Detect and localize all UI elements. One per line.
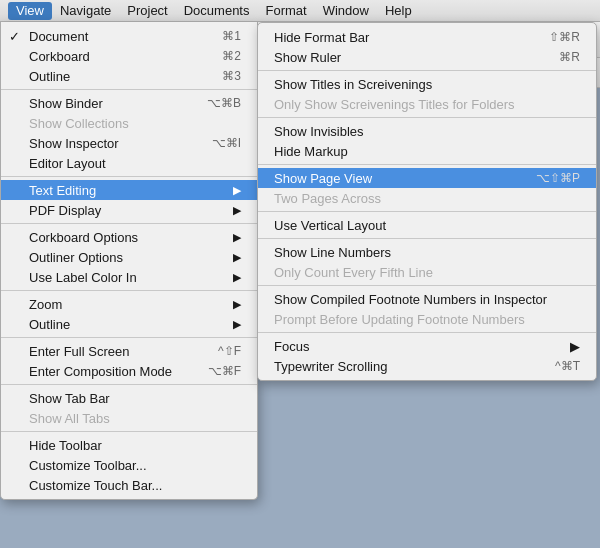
submenu-item-focus[interactable]: Focus ▶ (258, 336, 596, 356)
sep-6 (1, 384, 257, 385)
menu-label-hide-toolbar: Hide Toolbar (29, 438, 102, 453)
submenu-item-show-compiled-footnote[interactable]: Show Compiled Footnote Numbers in Inspec… (258, 289, 596, 309)
menu-label-text-editing: Text Editing (29, 183, 96, 198)
menubar-item-view[interactable]: View (8, 2, 52, 20)
submenu-item-show-line-numbers[interactable]: Show Line Numbers (258, 242, 596, 262)
menu-item-show-tab-bar[interactable]: Show Tab Bar (1, 388, 257, 408)
menu-item-pdf-display[interactable]: PDF Display ▶ (1, 200, 257, 220)
menu-label-show-binder: Show Binder (29, 96, 103, 111)
submenu-label-hide-format-bar: Hide Format Bar (274, 30, 369, 45)
shortcut-show-inspector: ⌥⌘I (212, 136, 241, 150)
shortcut-corkboard: ⌘2 (222, 49, 241, 63)
submenu-arrow-pdf-display: ▶ (233, 204, 241, 217)
menu-item-outline[interactable]: Outline ⌘3 (1, 66, 257, 86)
submenu-item-show-invisibles[interactable]: Show Invisibles (258, 121, 596, 141)
shortcut-outline: ⌘3 (222, 69, 241, 83)
submenu-label-use-vertical-layout: Use Vertical Layout (274, 218, 386, 233)
menu-item-customize-toolbar[interactable]: Customize Toolbar... (1, 455, 257, 475)
menu-item-enter-fullscreen[interactable]: Enter Full Screen ^⇧F (1, 341, 257, 361)
sep-1 (1, 89, 257, 90)
submenu-item-only-show-screivenings: Only Show Screivenings Titles for Folder… (258, 94, 596, 114)
menu-label-outline2: Outline (29, 317, 70, 332)
submenu-label-show-invisibles: Show Invisibles (274, 124, 364, 139)
menu-label-corkboard-options: Corkboard Options (29, 230, 138, 245)
sep-4 (1, 290, 257, 291)
submenu-item-typewriter-scrolling[interactable]: Typewriter Scrolling ^⌘T (258, 356, 596, 376)
menubar-item-project[interactable]: Project (119, 2, 175, 20)
menu-item-composition-mode[interactable]: Enter Composition Mode ⌥⌘F (1, 361, 257, 381)
submenu-label-show-page-view: Show Page View (274, 171, 372, 186)
submenu-item-use-vertical-layout[interactable]: Use Vertical Layout (258, 215, 596, 235)
menu-label-show-tab-bar: Show Tab Bar (29, 391, 110, 406)
menu-item-zoom[interactable]: Zoom ▶ (1, 294, 257, 314)
menu-item-corkboard-options[interactable]: Corkboard Options ▶ (1, 227, 257, 247)
submenu-label-typewriter-scrolling: Typewriter Scrolling (274, 359, 387, 374)
submenu-item-only-count-fifth-line: Only Count Every Fifth Line (258, 262, 596, 282)
submenu-item-two-pages-across: Two Pages Across (258, 188, 596, 208)
menu-label-outliner-options: Outliner Options (29, 250, 123, 265)
menu-item-show-inspector[interactable]: Show Inspector ⌥⌘I (1, 133, 257, 153)
submenu-arrow-corkboard-options: ▶ (233, 231, 241, 244)
menubar-item-documents[interactable]: Documents (176, 2, 258, 20)
submenu-label-hide-markup: Hide Markup (274, 144, 348, 159)
sub-sep-2 (258, 117, 596, 118)
sub-sep-4 (258, 211, 596, 212)
submenu-item-show-page-view[interactable]: Show Page View ⌥⇧⌘P (258, 168, 596, 188)
submenu-item-hide-markup[interactable]: Hide Markup (258, 141, 596, 161)
menu-label-show-collections: Show Collections (29, 116, 129, 131)
submenu-label-show-compiled-footnote: Show Compiled Footnote Numbers in Inspec… (274, 292, 547, 307)
menu-label-zoom: Zoom (29, 297, 62, 312)
menubar-item-navigate[interactable]: Navigate (52, 2, 119, 20)
menubar: View Navigate Project Documents Format W… (0, 0, 600, 22)
menubar-item-help[interactable]: Help (377, 2, 420, 20)
menu-item-document[interactable]: ✓ Document ⌘1 (1, 26, 257, 46)
submenu-item-show-titles-screivenings[interactable]: Show Titles in Screivenings (258, 74, 596, 94)
menu-item-use-label-color[interactable]: Use Label Color In ▶ (1, 267, 257, 287)
submenu-item-show-ruler[interactable]: Show Ruler ⌘R (258, 47, 596, 67)
menu-label-corkboard: Corkboard (29, 49, 90, 64)
shortcut-document: ⌘1 (222, 29, 241, 43)
submenu-arrow-focus: ▶ (570, 339, 580, 354)
submenu-arrow-use-label-color: ▶ (233, 271, 241, 284)
menu-label-show-inspector: Show Inspector (29, 136, 119, 151)
submenu-label-show-line-numbers: Show Line Numbers (274, 245, 391, 260)
menu-item-customize-touch-bar[interactable]: Customize Touch Bar... (1, 475, 257, 495)
submenu-label-show-ruler: Show Ruler (274, 50, 341, 65)
sep-5 (1, 337, 257, 338)
menu-label-show-all-tabs: Show All Tabs (29, 411, 110, 426)
shortcut-show-page-view: ⌥⇧⌘P (536, 171, 580, 185)
menubar-item-window[interactable]: Window (315, 2, 377, 20)
text-editing-submenu: Hide Format Bar ⇧⌘R Show Ruler ⌘R Show T… (257, 22, 597, 381)
menu-label-pdf-display: PDF Display (29, 203, 101, 218)
submenu-arrow-outline2: ▶ (233, 318, 241, 331)
menu-item-editor-layout[interactable]: Editor Layout (1, 153, 257, 173)
submenu-label-two-pages-across: Two Pages Across (274, 191, 381, 206)
submenu-arrow-zoom: ▶ (233, 298, 241, 311)
shortcut-hide-format-bar: ⇧⌘R (549, 30, 580, 44)
submenu-item-hide-format-bar[interactable]: Hide Format Bar ⇧⌘R (258, 27, 596, 47)
sub-sep-5 (258, 238, 596, 239)
menu-item-text-editing[interactable]: Text Editing ▶ (1, 180, 257, 200)
sep-3 (1, 223, 257, 224)
submenu-arrow-outliner-options: ▶ (233, 251, 241, 264)
submenu-label-prompt-footnote: Prompt Before Updating Footnote Numbers (274, 312, 525, 327)
menu-item-outliner-options[interactable]: Outliner Options ▶ (1, 247, 257, 267)
submenu-item-prompt-footnote: Prompt Before Updating Footnote Numbers (258, 309, 596, 329)
shortcut-composition-mode: ⌥⌘F (208, 364, 241, 378)
shortcut-typewriter-scrolling: ^⌘T (555, 359, 580, 373)
menu-item-outline2[interactable]: Outline ▶ (1, 314, 257, 334)
submenu-label-show-titles-screivenings: Show Titles in Screivenings (274, 77, 432, 92)
checkmark-document: ✓ (9, 29, 20, 44)
menu-label-customize-touch-bar: Customize Touch Bar... (29, 478, 162, 493)
shortcut-fullscreen: ^⇧F (218, 344, 241, 358)
menu-item-hide-toolbar[interactable]: Hide Toolbar (1, 435, 257, 455)
submenu-arrow-text-editing: ▶ (233, 184, 241, 197)
menu-item-corkboard[interactable]: Corkboard ⌘2 (1, 46, 257, 66)
submenu-label-only-count-fifth-line: Only Count Every Fifth Line (274, 265, 433, 280)
menu-label-customize-toolbar: Customize Toolbar... (29, 458, 147, 473)
menu-item-show-binder[interactable]: Show Binder ⌥⌘B (1, 93, 257, 113)
sub-sep-3 (258, 164, 596, 165)
sep-2 (1, 176, 257, 177)
menubar-item-format[interactable]: Format (257, 2, 314, 20)
view-menu-dropdown: ✓ Document ⌘1 Corkboard ⌘2 Outline ⌘3 Sh… (0, 22, 258, 500)
